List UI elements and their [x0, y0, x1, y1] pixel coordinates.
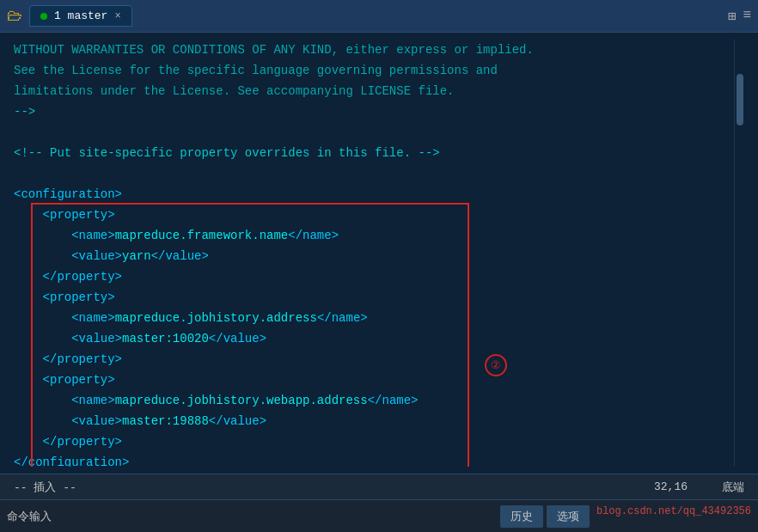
line-12: </property> — [14, 270, 122, 284]
line-3: limitations under the License. See accom… — [14, 84, 454, 98]
line-6: <!-- Put site-specific property override… — [14, 146, 440, 160]
line-2: See the License for the specific languag… — [14, 64, 498, 77]
folder-icon[interactable]: 🗁 — [7, 7, 22, 25]
editor-content[interactable]: WITHOUT WARRANTIES OR CONDITIONS OF ANY … — [14, 40, 734, 467]
scroll-position: 底端 — [722, 480, 744, 495]
line-10: <name>mapreduce.framework.name</name> — [14, 229, 339, 242]
scrollbar-thumb[interactable] — [737, 74, 743, 125]
line-19: <value>master:19888</value> — [14, 414, 266, 428]
tab-close-button[interactable]: × — [114, 10, 120, 22]
line-17: <property> — [14, 373, 115, 387]
line-1: WITHOUT WARRANTIES OR CONDITIONS OF ANY … — [14, 43, 534, 57]
title-bar-left: 🗁 1 master × — [7, 5, 132, 27]
tab-modified-dot — [40, 13, 47, 20]
scrollbar[interactable] — [734, 40, 744, 467]
status-bar: -- 插入 -- 32,16 底端 — [0, 474, 758, 499]
watermark-text: blog.csdn.net/qq_43492356 — [596, 505, 751, 528]
line-4: --> — [14, 105, 35, 119]
menu-icon[interactable]: ≡ — [743, 8, 751, 25]
title-bar: 🗁 1 master × ⊞ ≡ — [0, 0, 758, 33]
bottom-bar: 命令输入 历史 选项 blog.csdn.net/qq_43492356 — [0, 499, 758, 532]
line-9: <property> — [14, 208, 115, 222]
line-7 — [14, 167, 21, 180]
options-button[interactable]: 选项 — [547, 505, 590, 528]
editor-tab[interactable]: 1 master × — [29, 5, 132, 27]
line-11: <value>yarn</value> — [14, 249, 209, 263]
grid-icon[interactable]: ⊞ — [728, 8, 737, 25]
command-input-label: 命令输入 — [7, 509, 500, 524]
line-20: </property> — [14, 435, 122, 449]
code-block: WITHOUT WARRANTIES OR CONDITIONS OF ANY … — [14, 40, 734, 467]
line-13: <property> — [14, 290, 115, 304]
line-14: <name>mapreduce.jobhistory.address</name… — [14, 311, 368, 325]
line-18: <name>mapreduce.jobhistory.webapp.addres… — [14, 394, 419, 407]
line-15: <value>master:10020</value> — [14, 332, 266, 345]
title-bar-right: ⊞ ≡ — [728, 8, 751, 25]
line-21: </configuration> — [14, 456, 129, 467]
editor-mode: -- 插入 -- — [14, 480, 654, 495]
line-5 — [14, 125, 21, 139]
bottom-buttons: 历史 选项 blog.csdn.net/qq_43492356 — [500, 505, 751, 528]
line-16: </property> — [14, 352, 122, 366]
line-8: <configuration> — [14, 187, 122, 201]
cursor-position: 32,16 — [654, 480, 688, 493]
editor-area: WITHOUT WARRANTIES OR CONDITIONS OF ANY … — [0, 33, 758, 474]
tab-label: 1 master — [54, 9, 107, 22]
history-button[interactable]: 历史 — [500, 505, 543, 528]
